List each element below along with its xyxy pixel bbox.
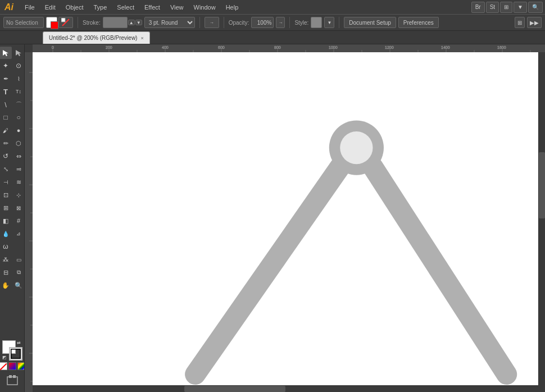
stroke-options-btn[interactable]: → xyxy=(205,17,219,28)
style-options-btn[interactable]: ▼ xyxy=(324,17,334,28)
svg-text:1200: 1200 xyxy=(385,45,394,49)
stroke-preview[interactable] xyxy=(103,17,128,28)
opacity-options-btn[interactable]: → xyxy=(276,17,285,28)
tool-row-7: 🖌 ● xyxy=(0,124,25,136)
ellipse-tool[interactable]: ○ xyxy=(12,111,25,124)
tool-row-1 xyxy=(0,47,25,59)
fill-color-swatch[interactable] xyxy=(46,17,57,28)
selection-tool[interactable] xyxy=(0,47,12,59)
blob-brush-tool[interactable]: ● xyxy=(12,124,25,136)
rect-tool[interactable]: □ xyxy=(0,111,12,124)
svg-line-49 xyxy=(373,167,507,374)
svg-rect-4 xyxy=(7,377,17,385)
bridge-btn[interactable]: Br xyxy=(471,2,485,13)
more-btn[interactable]: ▶▶ xyxy=(527,17,542,28)
gradient-btn[interactable] xyxy=(17,362,25,370)
lasso-tool[interactable]: ⊙ xyxy=(12,60,25,72)
width-tool[interactable]: ⊣ xyxy=(0,176,12,188)
svg-marker-3 xyxy=(16,50,21,56)
touch-type-tool[interactable]: T↕ xyxy=(12,85,25,98)
zoom-tool[interactable]: 🔍 xyxy=(12,279,25,291)
symbol-sprayer-tool[interactable]: ⁂ xyxy=(0,253,12,266)
menu-select[interactable]: Select xyxy=(112,3,139,12)
search-btn[interactable]: 🔍 xyxy=(528,2,543,13)
rotate-tool[interactable]: ↺ xyxy=(0,150,12,162)
menu-help[interactable]: Help xyxy=(221,3,243,12)
menu-file[interactable]: File xyxy=(20,3,39,12)
workspace-options-btn[interactable]: ▼ xyxy=(514,2,527,13)
reflect-tool[interactable]: ⇔ xyxy=(12,150,25,162)
none-btn[interactable] xyxy=(0,362,7,370)
menu-type[interactable]: Type xyxy=(89,3,112,12)
document-setup-btn[interactable]: Document Setup xyxy=(344,17,396,28)
stroke-down-btn[interactable]: ▼ xyxy=(135,20,142,25)
shear-tool[interactable]: ⥤ xyxy=(12,163,25,175)
puppet-warp-tool[interactable]: ⊹ xyxy=(12,189,25,201)
divider-3 xyxy=(224,17,224,28)
svg-text:800: 800 xyxy=(274,45,281,49)
menu-effect[interactable]: Effect xyxy=(140,3,165,12)
hand-tool[interactable]: ✋ xyxy=(0,279,12,291)
direct-selection-tool[interactable] xyxy=(12,47,25,59)
toolbar: No Selection Stroke: ▲ ▼ 3 pt. Round → O… xyxy=(0,14,545,31)
canvas-area[interactable]: 0 200 400 600 800 1000 1200 1400 xyxy=(25,44,545,392)
menu-view[interactable]: View xyxy=(166,3,188,12)
document-tab[interactable]: Untitled-2* @ 200% (RGB/Preview) × xyxy=(43,31,150,44)
menu-object[interactable]: Object xyxy=(61,3,88,12)
opacity-input[interactable] xyxy=(251,17,274,28)
svg-text:600: 600 xyxy=(218,45,225,49)
svg-point-51 xyxy=(340,131,373,164)
menu-edit[interactable]: Edit xyxy=(40,3,60,12)
eyedropper-tool[interactable]: 💧 xyxy=(0,227,12,240)
stroke-up-btn[interactable]: ▲ xyxy=(128,20,135,25)
align-btn[interactable]: ⊞ xyxy=(515,17,525,28)
tool-row-2: ✦ ⊙ xyxy=(0,60,25,72)
style-label: Style: xyxy=(294,20,308,26)
color-btn[interactable] xyxy=(8,362,16,370)
paintbrush-tool[interactable]: 🖌 xyxy=(0,124,12,136)
artboard-bottom-btn[interactable] xyxy=(6,374,19,388)
shaper-tool[interactable]: ⬡ xyxy=(12,137,25,149)
free-transform-tool[interactable]: ⊡ xyxy=(0,189,12,201)
type-tool[interactable]: T xyxy=(0,85,12,98)
slice-tool[interactable]: ⧉ xyxy=(12,266,25,279)
mesh-tool[interactable]: # xyxy=(12,215,25,227)
vertical-scrollbar[interactable] xyxy=(538,52,545,385)
spine-tool[interactable] xyxy=(12,240,25,253)
tab-close-btn[interactable]: × xyxy=(140,35,143,41)
measure-tool[interactable]: ⊿ xyxy=(12,227,25,240)
gradient-tool[interactable]: ◧ xyxy=(0,215,12,227)
style-swatch[interactable] xyxy=(311,17,322,28)
preferences-btn[interactable]: Preferences xyxy=(398,17,439,28)
scale-tool[interactable]: ⤡ xyxy=(0,163,12,175)
menu-bar: Ai File Edit Object Type Select Effect V… xyxy=(0,0,545,14)
svg-text:1000: 1000 xyxy=(329,45,338,49)
scroll-corner xyxy=(538,385,545,392)
svg-rect-5 xyxy=(9,375,12,378)
svg-rect-1 xyxy=(61,18,65,22)
column-graph-tool[interactable]: ▭ xyxy=(12,253,25,266)
default-colors-icon[interactable]: ◩ xyxy=(2,355,8,361)
tool-row-13: ⊞ ⊠ xyxy=(0,202,25,214)
pen-tool[interactable]: ✒ xyxy=(0,72,12,85)
arc-tool[interactable]: ⌒ xyxy=(12,98,25,111)
pencil-tool[interactable]: ✏ xyxy=(0,137,12,149)
line-tool[interactable]: \ xyxy=(0,98,12,111)
tool-row-9: ↺ ⇔ xyxy=(0,150,25,162)
artboard-tool[interactable]: ⊟ xyxy=(0,266,12,279)
svg-text:1400: 1400 xyxy=(441,45,450,49)
swap-icon[interactable]: ⇄ xyxy=(17,340,22,346)
blend-tool[interactable]: ω xyxy=(0,240,12,253)
warp-tool[interactable]: ≋ xyxy=(12,176,25,188)
stroke-icon-btn[interactable] xyxy=(58,17,73,28)
workspace-btn[interactable]: ⊞ xyxy=(500,2,512,13)
horizontal-scrollbar[interactable] xyxy=(33,385,538,392)
menu-window[interactable]: Window xyxy=(189,3,220,12)
curvature-tool[interactable]: ⌇ xyxy=(12,72,25,85)
color-mode-row xyxy=(0,362,25,370)
magic-wand-tool[interactable]: ✦ xyxy=(0,60,12,72)
stroke-type-select[interactable]: 3 pt. Round xyxy=(144,17,195,28)
live-paint-tool[interactable]: ⊠ xyxy=(12,202,25,214)
shape-builder-tool[interactable]: ⊞ xyxy=(0,202,12,214)
stock-btn[interactable]: St xyxy=(486,2,499,13)
